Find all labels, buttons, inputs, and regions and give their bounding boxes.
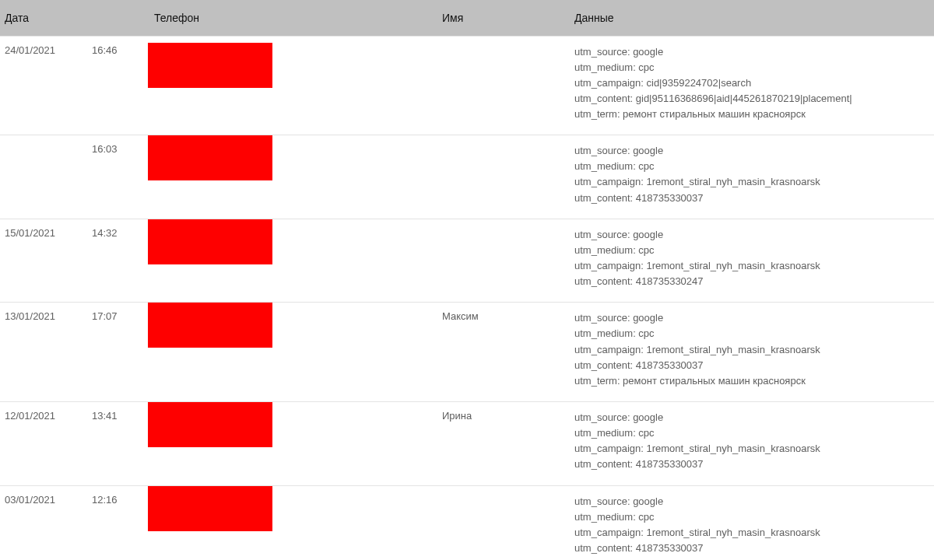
data-line: utm_source: google — [574, 310, 928, 326]
cell-data: utm_source: googleutm_medium: cpcutm_cam… — [568, 36, 934, 135]
data-line: utm_campaign: cid|9359224702|search — [574, 75, 928, 91]
phone-redacted-block — [148, 43, 272, 88]
table-row: 15/01/202114:32utm_source: googleutm_med… — [0, 219, 934, 303]
col-header-date: Дата — [0, 0, 86, 36]
table-header-row: Дата Телефон Имя Данные — [0, 0, 934, 36]
data-line: utm_term: ремонт стиральных машин красно… — [574, 373, 928, 389]
data-line: utm_content: 418735330037 — [574, 457, 928, 472]
table-row: 24/01/202116:46utm_source: googleutm_med… — [0, 36, 934, 135]
data-line: utm_campaign: 1remont_stiral_nyh_masin_k… — [574, 342, 928, 358]
cell-date: 12/01/2021 — [0, 402, 86, 486]
phone-redacted-block — [148, 135, 272, 180]
cell-time: 14:32 — [86, 219, 148, 303]
cell-data: utm_source: googleutm_medium: cpcutm_cam… — [568, 303, 934, 402]
data-line: utm_term: ремонт стиральных машин красно… — [574, 107, 928, 122]
table-row: 13/01/202117:07Максимutm_source: googleu… — [0, 303, 934, 402]
cell-time: 16:03 — [86, 135, 148, 219]
data-line: utm_campaign: 1remont_stiral_nyh_masin_k… — [574, 174, 928, 190]
data-line: utm_source: google — [574, 44, 928, 60]
cell-phone — [148, 402, 436, 486]
col-header-name: Имя — [436, 0, 568, 36]
cell-date — [0, 135, 86, 219]
cell-time: 16:46 — [86, 36, 148, 135]
cell-data: utm_source: googleutm_medium: cpcutm_cam… — [568, 485, 934, 560]
phone-redacted-block — [148, 486, 272, 531]
cell-date: 13/01/2021 — [0, 303, 86, 402]
cell-name — [436, 36, 568, 135]
data-line: utm_content: 418735330037 — [574, 191, 928, 206]
data-line: utm_campaign: 1remont_stiral_nyh_masin_k… — [574, 258, 928, 274]
data-line: utm_content: 418735330037 — [574, 541, 928, 556]
cell-phone — [148, 485, 436, 560]
cell-phone — [148, 135, 436, 219]
cell-time: 12:16 — [86, 485, 148, 560]
data-line: utm_source: google — [574, 410, 928, 425]
data-line: utm_campaign: 1remont_stiral_nyh_masin_k… — [574, 441, 928, 457]
table-row: 12/01/202113:41Иринаutm_source: googleut… — [0, 402, 934, 486]
data-line: utm_campaign: 1remont_stiral_nyh_masin_k… — [574, 525, 928, 541]
table-row: 03/01/202112:16utm_source: googleutm_med… — [0, 485, 934, 560]
cell-time: 17:07 — [86, 303, 148, 402]
phone-redacted-block — [148, 303, 272, 348]
data-line: utm_source: google — [574, 494, 928, 509]
data-line: utm_content: 418735330037 — [574, 358, 928, 373]
data-line: utm_content: 418735330247 — [574, 274, 928, 289]
phone-redacted-block — [148, 219, 272, 264]
cell-time: 13:41 — [86, 402, 148, 486]
cell-name — [436, 135, 568, 219]
data-line: utm_medium: cpc — [574, 425, 928, 441]
leads-table: Дата Телефон Имя Данные 24/01/202116:46u… — [0, 0, 934, 560]
data-line: utm_content: gid|95116368696|aid|4452618… — [574, 91, 928, 107]
cell-data: utm_source: googleutm_medium: cpcutm_cam… — [568, 402, 934, 486]
data-line: utm_medium: cpc — [574, 326, 928, 341]
data-line: utm_medium: cpc — [574, 243, 928, 258]
cell-name — [436, 219, 568, 303]
col-header-phone: Телефон — [148, 0, 436, 36]
cell-name — [436, 485, 568, 560]
cell-date: 24/01/2021 — [0, 36, 86, 135]
data-line: utm_source: google — [574, 227, 928, 243]
data-line: utm_medium: cpc — [574, 159, 928, 174]
col-header-time — [86, 0, 148, 36]
table-row: 16:03utm_source: googleutm_medium: cpcut… — [0, 135, 934, 219]
cell-phone — [148, 303, 436, 402]
cell-name: Ирина — [436, 402, 568, 486]
phone-redacted-block — [148, 402, 272, 447]
data-line: utm_source: google — [574, 143, 928, 159]
cell-phone — [148, 36, 436, 135]
cell-data: utm_source: googleutm_medium: cpcutm_cam… — [568, 135, 934, 219]
cell-data: utm_source: googleutm_medium: cpcutm_cam… — [568, 219, 934, 303]
col-header-data: Данные — [568, 0, 934, 36]
cell-date: 03/01/2021 — [0, 485, 86, 560]
cell-date: 15/01/2021 — [0, 219, 86, 303]
data-line: utm_medium: cpc — [574, 60, 928, 75]
data-line: utm_medium: cpc — [574, 509, 928, 525]
cell-phone — [148, 219, 436, 303]
cell-name: Максим — [436, 303, 568, 402]
